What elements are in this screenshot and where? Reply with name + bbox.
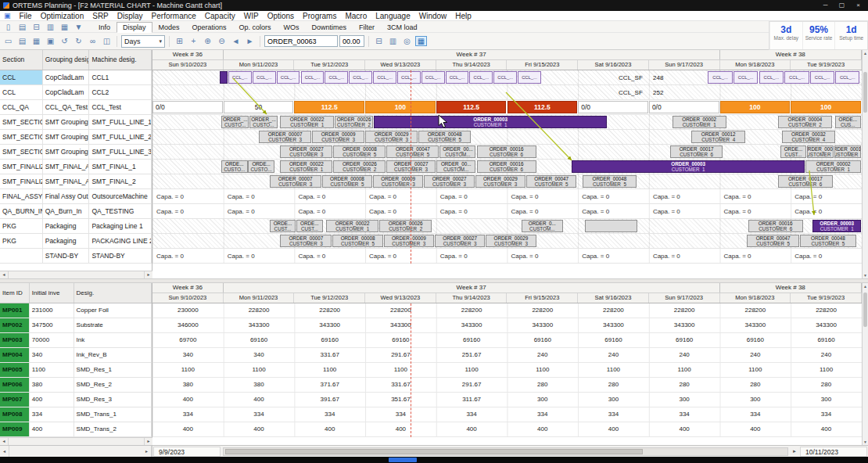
order-bar[interactable]: ORDER_00002CUSTOMER_1 [673,116,726,128]
order-bar[interactable]: ORDE...CUST... [780,145,807,158]
order-bar[interactable]: ORDER_00029CUSTOMER_3 [486,235,536,247]
time-offset-input[interactable] [339,35,364,47]
print-preview-icon[interactable]: ⊟ [373,36,385,46]
machine-row[interactable]: STAND-BYSTAND-BY [0,249,152,264]
order-bar[interactable]: ORDER_0001...CUSTOMER_... [834,145,861,158]
gantt-vertical-scrollbar[interactable]: ▲ ▼ [862,50,868,278]
machine-row[interactable]: CCL_QACCL_QA_TestCCL_Test [0,100,152,115]
menu-item-language[interactable]: Language [375,12,411,20]
order-bar[interactable]: ORDER_00004CUSTOMER_2 [778,116,832,128]
inventory-row[interactable]: MP006380SMD_Res_2 [0,378,152,393]
order-bar-selected[interactable]: ORDER_00003CUSTOMER_1 [572,160,805,173]
add-icon[interactable]: + [188,36,199,46]
order-bar[interactable]: CCL_... [253,71,276,84]
capacity-cell[interactable]: 0/0 [152,101,223,113]
timeline-hscrollbar[interactable] [223,447,788,456]
order-bar[interactable]: ORDER_000...CUSTOMER_... [807,145,834,158]
order-bar[interactable]: ORDE...CUST... [296,220,323,232]
order-bar[interactable]: ORDER_00009CUSTOMER_3 [312,131,364,143]
order-bar[interactable]: ORDER_00016CUSTOMER_6 [477,145,536,158]
capacity-cell[interactable]: 50 [224,101,294,113]
order-bar[interactable]: CCL_... [784,71,809,84]
order-bar[interactable]: CCL_... [835,71,859,84]
inventory-row[interactable]: MP004340Ink_Rev_B [0,348,152,363]
scroll-left-icon[interactable]: ◄ [0,271,9,278]
order-bar[interactable]: ORDER_00002CUSTOMER_1 [805,160,861,173]
order-bar[interactable]: CCL_... [469,71,493,84]
order-bar[interactable]: ORDER_00047CUSTOMER_5 [747,235,799,247]
order-bar[interactable]: ORDER_00007CUSTOMER_3 [280,235,332,247]
machine-row[interactable]: SMT_SECTION_1SMT Grouping 1SMT_FULL_LINE… [0,130,152,145]
inventory-row[interactable]: MP00370000Ink [0,333,152,348]
zoom-out-icon[interactable]: ⊖ [216,36,228,46]
scroll-down-icon[interactable]: ▼ [863,439,868,445]
filter-icon[interactable]: ▼ [73,22,84,32]
order-bar[interactable]: ORDER_00017CUSTOMER_6 [670,145,723,158]
column-header-grouping-desig[interactable]: Grouping desig. [43,50,90,70]
order-bar[interactable]: ORDER_00026CUSTOMER_2 [333,160,386,173]
tab-info[interactable]: Info [92,22,117,33]
order-bar[interactable]: CCL_... [325,71,348,84]
machine-row[interactable]: QA_BURN_INQA_Burn_InQA_TESTING [0,204,152,219]
order-bar[interactable]: CCL_SF 252 [617,86,694,99]
order-bar[interactable]: ORDER_00048CUSTOMER_5 [800,235,856,247]
order-bar[interactable]: CCL_... [228,71,252,84]
order-bar[interactable]: ORDER_00027CUSTOMER_3 [424,175,474,188]
scroll-right-icon[interactable]: ► [790,449,799,454]
menu-item-programs[interactable]: Programs [303,12,336,20]
prev-order-icon[interactable]: ◄ [230,36,242,46]
tab-operations[interactable]: Operations [186,22,233,33]
capacity-cell[interactable]: 0/0 [578,101,648,113]
order-bar[interactable]: ORDER_00027CUSTOMER_3 [435,235,485,247]
report-icon[interactable]: ▥ [45,22,56,32]
machine-row[interactable]: SMT_FINALIZESMT_FINAL_ASSYSMT_FINAL_2 [0,174,152,189]
zoom-in-icon[interactable]: ⊕ [202,36,213,46]
inventory-row[interactable]: MP007400SMD_Res_3 [0,393,152,407]
menu-item-performance[interactable]: Performance [152,12,196,20]
order-bar[interactable]: CCL_... [349,71,372,84]
new-document-icon[interactable]: ▯ [2,22,14,32]
menu-item-srp[interactable]: SRP [92,12,109,20]
order-bar[interactable]: ORDE...CUSTO... [248,160,274,173]
scroll-up-icon[interactable]: ▲ [863,283,868,289]
order-bar[interactable]: ORDER_00032CUSTOMER_4 [782,131,836,143]
order-bar[interactable]: ORDER_00016CUSTOMER_6 [748,220,803,232]
center-on-icon[interactable]: ◎ [401,36,413,46]
machine-row[interactable]: CCLCopCladLamCCL2 [0,85,152,100]
order-bar-selected[interactable]: ORDER_00003CUSTOMER_1 [812,220,861,232]
highlight-mode-icon[interactable]: ▦ [415,36,427,46]
menu-item-optimization[interactable]: Optimization [41,12,84,20]
tab-modes[interactable]: Modes [152,22,186,33]
fit-icon[interactable]: ⊞ [174,36,185,46]
scrollbar-thumb[interactable] [225,449,643,454]
menu-item-display[interactable]: Display [117,12,143,20]
order-bar[interactable]: ORDE...CUST... [270,220,296,232]
redo-icon[interactable]: ↻ [73,36,84,46]
link-icon[interactable]: ∞ [87,36,99,46]
print-icon[interactable]: ⊟ [30,22,42,32]
capacity-cell[interactable]: 112.5 [508,101,578,113]
order-bar[interactable]: CCL_... [301,71,325,84]
inventory-row[interactable]: MP009400SMD_Trans_2 [0,422,152,437]
order-bar[interactable]: ORDER_00017CUSTOMER_6 [778,175,833,188]
menu-item-wip[interactable]: WIP [244,12,259,20]
inventory-row[interactable]: MP002347500Substrate [0,318,152,333]
order-bar-selected[interactable]: ORDER_00003CUSTOMER_1 [374,116,607,128]
order-bar[interactable]: ORDE...CUSTO... [221,160,248,173]
order-bar[interactable]: CCL_... [518,71,541,84]
maximize-button[interactable]: ▢ [835,1,848,10]
calendar-icon[interactable]: ▣ [45,36,56,46]
scroll-right-icon[interactable]: ► [144,271,152,278]
order-bar[interactable] [585,220,637,232]
order-bar[interactable]: ORDER_...CUSTO... [221,116,249,128]
next-order-icon[interactable]: ► [244,36,256,46]
order-bar[interactable]: CCL_... [421,71,445,84]
column-header-initial-inve[interactable]: Initial inve [30,283,74,303]
scroll-right-icon[interactable]: ► [144,438,152,445]
inventory-row[interactable]: MP008334SMD_Trans_1 [0,407,152,422]
left-hscrollbar[interactable]: ◄ ► [0,446,152,457]
machine-row[interactable]: PKGPackagingPACKAGING LINE 2 [0,234,152,249]
order-bar[interactable]: ORDER_00009CUSTOMER_3 [384,235,434,247]
order-bar[interactable]: ORDER_00047CUSTOMER_5 [386,145,439,158]
capacity-cell[interactable]: 100 [791,101,861,113]
